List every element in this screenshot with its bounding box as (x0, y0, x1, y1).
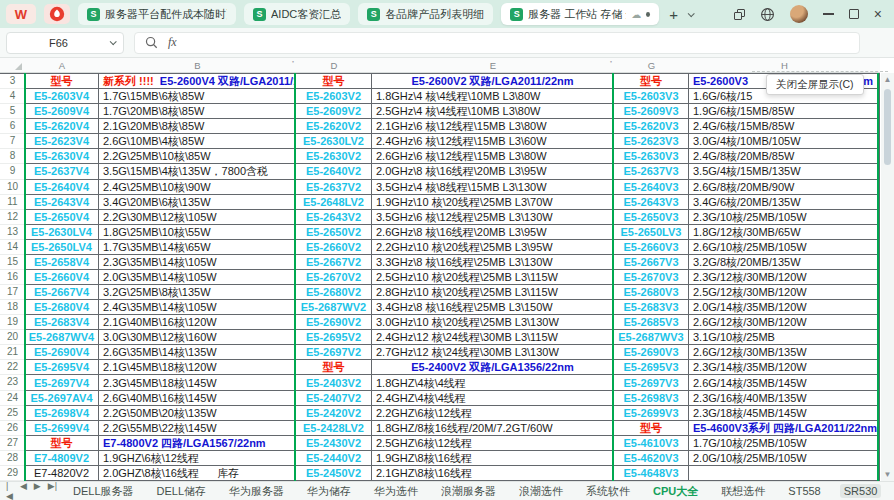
cell[interactable]: 3.0G\30MB\12核\160W (99, 330, 296, 345)
cell[interactable]: E5-2620V4 (25, 119, 99, 134)
cell[interactable]: 2.6G\10MB\4核\85W (99, 134, 296, 149)
row-header[interactable]: 7 (0, 134, 25, 149)
cell[interactable]: E5-2637V4 (25, 164, 99, 179)
cell[interactable]: E5-2698V3 (614, 391, 689, 406)
vertical-scrollbar-thumb[interactable] (884, 89, 891, 165)
cell[interactable]: E5-2650V4 (25, 210, 99, 225)
cell[interactable]: E5-2683V3 (614, 300, 689, 315)
cell[interactable]: 2.5G/12核/30MB/120W (689, 285, 880, 300)
cell[interactable]: 2.1GHZ\8核\16线程 (372, 466, 614, 481)
cell[interactable]: 2.0GHz\8 核\16线程\20MB L3\95W (372, 164, 614, 179)
cell[interactable]: 1.8GHZ\4核\4线程 (372, 375, 614, 390)
minimize-button[interactable] (823, 13, 834, 15)
cell[interactable]: 3.4G/6核/20MB/135W (689, 195, 880, 210)
cell[interactable]: 3.5GHz\4 核\8线程\15MB L3\130W (372, 180, 614, 195)
cell[interactable]: E5-2643V4 (25, 195, 99, 210)
cell[interactable]: 2.3G/10核/25MB/105W (689, 210, 880, 225)
cell[interactable]: E5-2690V3 (614, 345, 689, 360)
cell[interactable]: 3.5GHz\6 核\12线程\25MB L3\130W (372, 210, 614, 225)
cell[interactable]: E5-2623V3 (614, 134, 689, 149)
formula-input[interactable]: fx (134, 32, 860, 54)
cell[interactable]: E5-2670V2 (296, 270, 372, 285)
cell[interactable]: E5-2603V4 (25, 89, 99, 104)
cell[interactable]: E5-2407V2 (296, 391, 372, 406)
pinned-doc-icon[interactable] (44, 4, 70, 24)
select-all-corner[interactable] (0, 58, 25, 73)
cell[interactable]: 1.9GHZ\6核\12线程 (99, 451, 296, 466)
cell[interactable]: 新系列 !!!! E5-2600V4 双路/LGA2011/14nm (99, 74, 296, 89)
cell[interactable]: E5-2690V4 (25, 345, 99, 360)
first-sheet-icon[interactable]: |◀ (6, 481, 13, 500)
cell[interactable]: E7-4800V2 四路/LGA1567/22nm (99, 436, 296, 451)
cell[interactable]: 3.3GHz\8 核\16线程\25MB L3\130W (372, 255, 614, 270)
cell[interactable]: E5-2630V2 (296, 149, 372, 164)
cell[interactable]: 2.3G\45MB\18核\145W (99, 375, 296, 390)
cell[interactable]: 2.6G\35MB\14核\135W (99, 345, 296, 360)
hidden-column-marker[interactable]: '' (292, 59, 293, 68)
vertical-scrollbar[interactable]: ▲ ▼ (881, 73, 894, 481)
tab-manager-icon[interactable] (734, 9, 745, 20)
cell[interactable]: 型号 (614, 421, 689, 436)
cell[interactable]: E5-2667V3 (614, 255, 689, 270)
row-header[interactable]: 21 (0, 345, 25, 360)
cell[interactable]: 型号 (25, 436, 99, 451)
cell[interactable]: 2.4GHz\12 核\24线程\30MB L3\115W (372, 330, 614, 345)
row-header[interactable]: 16 (0, 270, 25, 285)
cell[interactable]: E5-2660V4 (25, 270, 99, 285)
cell[interactable]: E5-2695V3 (614, 360, 689, 375)
cell[interactable]: E5-4610V3 (614, 436, 689, 451)
cell[interactable]: E5-2698V4 (25, 406, 99, 421)
cell[interactable]: 2.6GHz\6 核\12线程\15MB L3\80W (372, 149, 614, 164)
cell[interactable]: E5-2683V4 (25, 315, 99, 330)
cell[interactable]: 3.1G/10核/25MB (689, 330, 880, 345)
cell[interactable]: 型号 (296, 360, 372, 375)
cell[interactable]: 1.8GHZ/8核16线程/20M/7.2GT/60W (372, 421, 614, 436)
cell[interactable]: E5-2667V4 (25, 285, 99, 300)
cell[interactable]: 3.5G/4核/15MB/135W (689, 164, 880, 179)
prev-sheet-icon[interactable]: ◀ (20, 481, 27, 500)
sheet-tab[interactable]: 浪潮选件 (515, 483, 567, 500)
cell[interactable]: E5-2687WV4 (25, 330, 99, 345)
row-header[interactable]: 6 (0, 119, 25, 134)
cell[interactable]: E5-2697V4 (25, 375, 99, 390)
cell[interactable]: 2.1G\45MB\18核\120W (99, 360, 296, 375)
user-avatar[interactable] (790, 5, 808, 23)
cell[interactable]: E5-4600V3系列 四路/LGA2011/22nm (689, 421, 880, 436)
cell[interactable] (689, 466, 880, 481)
cell[interactable]: E5-2687WV2 (296, 300, 372, 315)
cell[interactable]: E5-2648LV2 (296, 195, 372, 210)
cell[interactable]: E5-2685V3 (614, 315, 689, 330)
cell[interactable]: E5-2687WV3 (614, 330, 689, 345)
column-header[interactable]: E (372, 58, 614, 73)
cell[interactable]: E5-2603V3 (614, 89, 689, 104)
cell[interactable]: 1.8G\25MB\10核\55W (99, 225, 296, 240)
cell[interactable]: E5-2650V3 (614, 210, 689, 225)
cell[interactable]: 型号 (614, 74, 689, 89)
cell[interactable]: E5-2603V2 (296, 89, 372, 104)
cell[interactable]: 1.8GHz\4 核\4线程\10MB L3\80W (372, 89, 614, 104)
row-header[interactable]: 18 (0, 300, 25, 315)
document-tab[interactable]: S服务器 工作站 存储 选件☁ (501, 3, 659, 25)
cell[interactable]: 3.5G\15MB\4核\135W，7800含税 (99, 164, 296, 179)
cell[interactable]: E5-2697V2 (296, 345, 372, 360)
cell[interactable]: E5-2643V2 (296, 210, 372, 225)
last-sheet-icon[interactable]: ▶| (48, 481, 57, 500)
globe-icon[interactable] (760, 7, 775, 22)
cell[interactable]: E5-2630LV2 (296, 134, 372, 149)
maximize-button[interactable] (849, 9, 859, 19)
row-header[interactable]: 13 (0, 225, 25, 240)
cell[interactable]: E5-2609V3 (614, 104, 689, 119)
cell[interactable]: 2.6G/12核/30MB/135W (689, 345, 880, 360)
cell[interactable]: 1.8G/12核/30MB/65W (689, 225, 880, 240)
cell[interactable]: 2.7GHz\12 核\24线程\30MB L3\130W (372, 345, 614, 360)
name-box-chevron-icon[interactable] (110, 38, 117, 45)
cell[interactable]: E5-2640V3 (614, 180, 689, 195)
cell[interactable]: E5-2699V3 (614, 406, 689, 421)
cell[interactable]: 2.4G/8核/20MB/85W (689, 149, 880, 164)
column-header[interactable]: B (99, 58, 296, 73)
tab-list-chevron-icon[interactable] (688, 10, 695, 17)
cell[interactable]: 1.7G\35MB\14核\65W (99, 240, 296, 255)
cell[interactable]: E5-2650V2 (296, 225, 372, 240)
cell[interactable]: E5-2650LV4 (25, 240, 99, 255)
row-header[interactable]: 29 (0, 466, 25, 481)
